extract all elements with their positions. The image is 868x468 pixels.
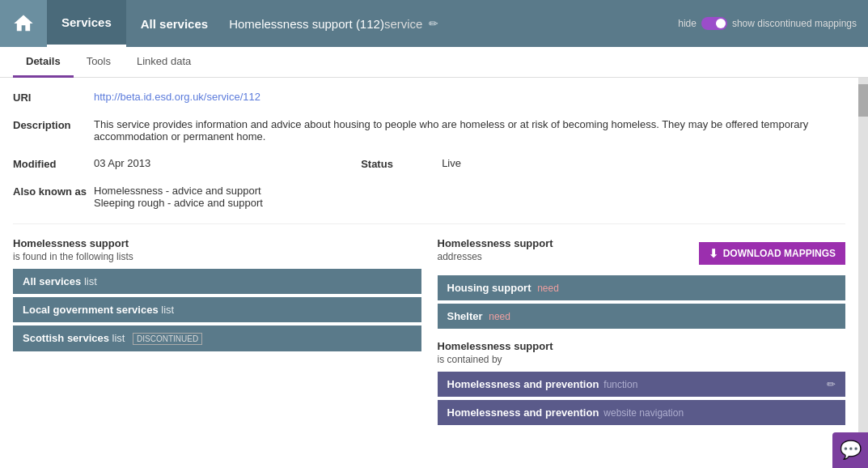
contained-type-0: function bbox=[603, 379, 637, 390]
addresses-title-block: Homelessness support addresses bbox=[438, 237, 553, 269]
status-label: Status bbox=[361, 157, 442, 170]
contained-label-1: Homelessness and prevention bbox=[447, 406, 599, 419]
tab-all-services[interactable]: All services bbox=[126, 0, 222, 47]
list-item-label-2: Scottish services bbox=[23, 332, 109, 344]
description-label: Description bbox=[13, 118, 94, 131]
contained-item-0[interactable]: Homelessness and prevention function ✏ bbox=[438, 372, 846, 397]
contained-by-section: Homelessness support is contained by Hom… bbox=[438, 340, 846, 425]
address-label-0: Housing support bbox=[447, 282, 531, 294]
service-edit-icon[interactable]: ✏ bbox=[429, 17, 438, 30]
also-known-label: Also known as bbox=[13, 185, 94, 198]
modified-status-row: Modified 03 Apr 2013 Status Live bbox=[13, 157, 845, 170]
scrollbar[interactable] bbox=[858, 78, 868, 463]
service-title-bar: Homelessness support (112) service ✏ bbox=[222, 17, 678, 31]
description-row: Description This service provides inform… bbox=[13, 118, 845, 143]
download-mappings-button[interactable]: ⬇ DOWNLOAD MAPPINGS bbox=[699, 242, 845, 265]
hide-label: hide bbox=[678, 18, 697, 29]
addresses-subtitle: addresses bbox=[438, 251, 553, 262]
uri-value: http://beta.id.esd.org.uk/service/112 bbox=[94, 91, 845, 103]
download-icon: ⬇ bbox=[709, 247, 718, 260]
tab-linked-data[interactable]: Linked data bbox=[124, 47, 204, 78]
top-bar: Services All services Homelessness suppo… bbox=[0, 0, 868, 47]
addresses-header: Homelessness support addresses ⬇ DOWNLOA… bbox=[438, 237, 846, 269]
list-item-type-1: list bbox=[161, 304, 174, 316]
address-item-1[interactable]: Shelter need bbox=[438, 304, 846, 329]
list-item-label-1: Local government services bbox=[23, 304, 159, 316]
uri-row: URI http://beta.id.esd.org.uk/service/11… bbox=[13, 91, 845, 104]
address-label-1: Shelter bbox=[447, 310, 483, 322]
sub-tabs-bar: Details Tools Linked data bbox=[0, 47, 868, 78]
discontinued-toggle-area: hide show discontinued mappings bbox=[678, 17, 868, 30]
chat-icon: 💬 bbox=[840, 440, 862, 461]
status-row: Status Live bbox=[361, 157, 461, 170]
list-item-type-2: list bbox=[112, 332, 125, 344]
content-area: URI http://beta.id.esd.org.uk/service/11… bbox=[0, 78, 868, 463]
found-in-title: Homelessness support bbox=[13, 237, 421, 249]
found-in-subtitle: is found in the following lists bbox=[13, 251, 421, 262]
uri-label: URI bbox=[13, 91, 94, 104]
divider bbox=[13, 223, 845, 224]
tab-details[interactable]: Details bbox=[13, 47, 74, 78]
contained-by-subtitle: is contained by bbox=[438, 354, 846, 365]
found-in-lists-panel: Homelessness support is found in the fol… bbox=[13, 237, 421, 428]
modified-label: Modified bbox=[13, 157, 94, 170]
description-value: This service provides information and ad… bbox=[94, 118, 845, 143]
chat-button[interactable]: 💬 bbox=[832, 432, 868, 463]
home-button[interactable] bbox=[0, 0, 47, 47]
also-known-row: Also known as Homelessness - advice and … bbox=[13, 185, 845, 209]
address-item-0[interactable]: Housing support need bbox=[438, 275, 846, 300]
list-item-label-0: All services bbox=[23, 275, 81, 287]
service-word: service bbox=[384, 17, 423, 31]
show-discontinued-label: show discontinued mappings bbox=[732, 18, 857, 29]
also-known-value-0: Homelessness - advice and support bbox=[94, 185, 845, 197]
uri-link[interactable]: http://beta.id.esd.org.uk/service/112 bbox=[94, 91, 260, 103]
modified-value: 03 Apr 2013 bbox=[94, 157, 150, 169]
modified-row: Modified 03 Apr 2013 bbox=[13, 157, 150, 170]
scrollbar-thumb[interactable] bbox=[858, 84, 868, 117]
address-need-0: need bbox=[537, 283, 559, 294]
contained-by-title: Homelessness support bbox=[438, 340, 846, 352]
list-item-2[interactable]: Scottish services list DISCONTINUED bbox=[13, 325, 421, 351]
right-panel: Homelessness support addresses ⬇ DOWNLOA… bbox=[438, 237, 846, 428]
list-item-type-0: list bbox=[84, 275, 97, 287]
list-item-1[interactable]: Local government services list bbox=[13, 297, 421, 322]
list-section: Homelessness support is found in the fol… bbox=[13, 237, 845, 428]
addresses-title: Homelessness support bbox=[438, 237, 553, 249]
tab-services[interactable]: Services bbox=[47, 0, 126, 47]
contained-label-0: Homelessness and prevention bbox=[447, 378, 599, 390]
tab-tools[interactable]: Tools bbox=[74, 47, 124, 78]
discontinued-toggle[interactable] bbox=[701, 17, 727, 30]
contained-type-1: website navigation bbox=[603, 407, 684, 419]
also-known-value-1: Sleeping rough - advice and support bbox=[94, 197, 845, 209]
address-need-1: need bbox=[489, 311, 510, 322]
contained-edit-0[interactable]: ✏ bbox=[827, 378, 836, 390]
list-item-0[interactable]: All services list bbox=[13, 269, 421, 294]
service-title-text: Homelessness support (112) bbox=[229, 17, 384, 31]
contained-item-1[interactable]: Homelessness and prevention website navi… bbox=[438, 400, 846, 425]
status-value: Live bbox=[442, 157, 461, 169]
also-known-values: Homelessness - advice and support Sleepi… bbox=[94, 185, 845, 209]
main-scroll-content: URI http://beta.id.esd.org.uk/service/11… bbox=[0, 78, 858, 463]
download-label: DOWNLOAD MAPPINGS bbox=[723, 248, 836, 259]
home-icon bbox=[12, 12, 35, 35]
discontinued-badge: DISCONTINUED bbox=[133, 333, 202, 345]
